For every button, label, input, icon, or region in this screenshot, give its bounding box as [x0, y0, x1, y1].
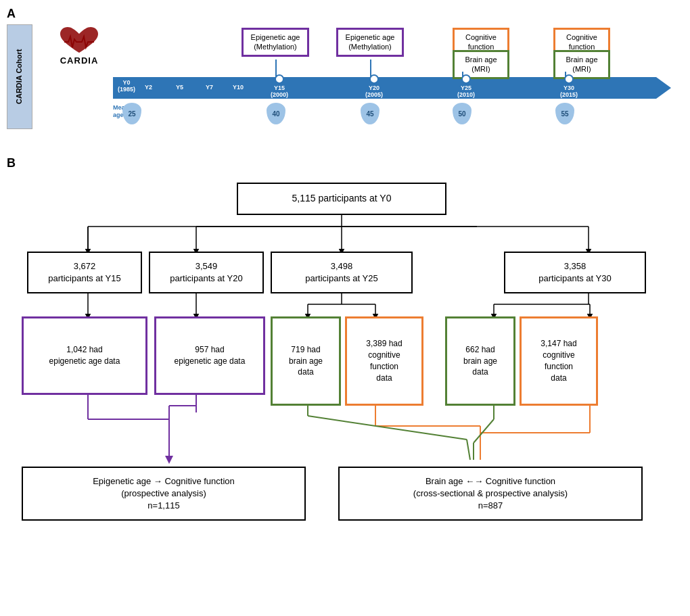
svg-line-34 — [308, 416, 467, 440]
panel-b-label: B — [7, 156, 16, 170]
year-y20: Y20(2005) — [365, 74, 383, 99]
cognitive-y25-box: 3,389 hadcognitivefunctiondata — [345, 316, 423, 406]
year-y30: Y30(2015) — [560, 74, 578, 99]
age-55: 55 — [555, 103, 574, 124]
year-y15: Y15(2000) — [271, 74, 288, 99]
cohort-label: CARDIA Cohort — [7, 24, 32, 129]
level2-box-y20: 3,549participants at Y20 — [149, 252, 264, 293]
age-25: 25 — [122, 103, 141, 124]
timeline-area: CARDIA Y0(1985) Y2 Y5 Y7 Y10 Y15(2000) Y… — [35, 24, 676, 143]
level2-box-y15: 3,672participants at Y15 — [27, 252, 142, 293]
epigenetic-box-y15: Epigenetic age (Methylation) — [242, 28, 309, 57]
brain-age-y25-box: 719 hadbrain agedata — [271, 316, 341, 406]
year-y7: Y7 — [206, 84, 213, 91]
bottom-box-epigenetic: Epigenetic age → Cognitive function(pros… — [22, 467, 306, 521]
svg-line-37 — [467, 440, 470, 460]
epigenetic-age-y20-box: 957 hadepigenetic age data — [154, 316, 265, 395]
age-45: 45 — [361, 103, 380, 124]
level2-box-y25: 3,498participants at Y25 — [271, 252, 413, 293]
epigenetic-age-y15-box: 1,042 hadepigenetic age data — [22, 316, 147, 395]
cardia-text: CARDIA — [60, 55, 99, 66]
top-box: 5,115 participants at Y0 — [237, 183, 446, 215]
cognitive-y30-box: 3,147 hadcognitivefunctiondata — [520, 316, 598, 406]
age-50: 50 — [453, 103, 472, 124]
year-y5: Y5 — [176, 84, 183, 91]
year-y10: Y10 — [233, 84, 244, 91]
panel-a: CARDIA Cohort CARDIA Y0(1985) Y2 Y5 Y7 Y — [7, 24, 676, 143]
year-y2: Y2 — [145, 84, 152, 91]
year-y0: Y0(1985) — [118, 80, 135, 93]
cardia-logo: CARDIA — [49, 26, 110, 66]
brain-age-y30-box: 662 hadbrain agedata — [445, 316, 515, 406]
panel-a-label: A — [7, 7, 16, 20]
svg-line-36 — [474, 419, 494, 443]
timeline-arrow-head — [656, 77, 671, 99]
epigenetic-box-y20: Epigenetic age(Methylation) — [336, 28, 404, 57]
timeline-bar-container — [113, 77, 671, 99]
level2-box-y30: 3,358participants at Y30 — [504, 252, 646, 293]
bottom-box-brain: Brain age ←→ Cognitive function(cross-se… — [338, 467, 643, 521]
year-y25: Y25(2010) — [457, 74, 475, 99]
age-40: 40 — [267, 103, 285, 124]
flowchart: 5,115 participants at Y0 3,672participan… — [7, 176, 676, 602]
